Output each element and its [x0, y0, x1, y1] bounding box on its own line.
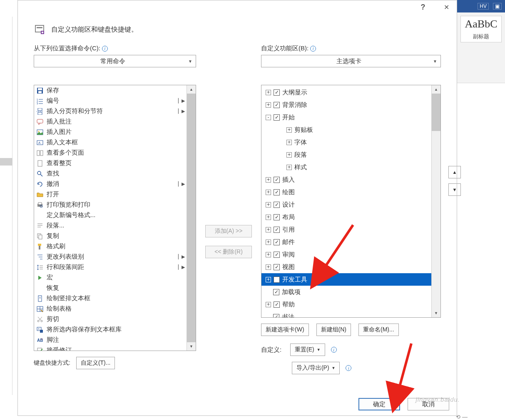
tab-tree-item[interactable]: +✓背景消除: [261, 99, 431, 111]
ribbon-display-icon[interactable]: ▣: [493, 3, 502, 10]
tab-tree-item[interactable]: +✓大纲显示: [261, 86, 431, 99]
ribbon-tabs-tree[interactable]: +✓大纲显示+✓背景消除-✓开始+剪贴板+字体+段落+样式+✓插入+✓绘图+✓设…: [261, 85, 441, 318]
command-item[interactable]: 插入图片: [34, 127, 187, 137]
checkbox[interactable]: ✓: [274, 239, 280, 245]
info-icon[interactable]: i: [310, 46, 316, 52]
checkbox[interactable]: ✓: [274, 202, 280, 208]
tab-tree-item[interactable]: +✓引用: [261, 223, 431, 236]
checkbox[interactable]: ✓: [274, 114, 280, 121]
expand-icon[interactable]: +: [286, 127, 292, 133]
checkbox[interactable]: ✓: [273, 289, 279, 295]
info-icon[interactable]: i: [346, 365, 351, 371]
tab-tree-item[interactable]: +✓插入: [261, 173, 431, 186]
command-item[interactable]: 查找: [34, 168, 187, 179]
scroll-thumb[interactable]: [187, 94, 196, 342]
scrollbar[interactable]: ▲ ▼: [431, 85, 440, 317]
tab-tree-item[interactable]: ✓加载项: [261, 286, 431, 298]
tab-tree-item[interactable]: -✓开始: [261, 111, 431, 124]
expand-icon[interactable]: +: [266, 277, 271, 282]
checkbox[interactable]: ✓: [274, 177, 280, 183]
expand-icon[interactable]: +: [266, 240, 271, 245]
tab-tree-item[interactable]: +✓绘图: [261, 186, 431, 198]
tab-tree-item[interactable]: +段落: [261, 148, 431, 161]
command-item[interactable]: A绘制竖排文本框: [34, 293, 187, 304]
expand-icon[interactable]: +: [266, 177, 271, 183]
help-button[interactable]: ?: [415, 1, 431, 13]
tab-tree-item[interactable]: +✓布局: [261, 211, 431, 223]
scroll-up-icon[interactable]: ▲: [432, 85, 440, 94]
expand-icon[interactable]: -: [266, 115, 271, 120]
tab-tree-item[interactable]: +字体: [261, 136, 431, 148]
commands-listbox[interactable]: 保存123编号▏▶插入分页符和分节符▏▶插入批注插入图片A插入文本框查看多个页面…: [34, 85, 196, 351]
tab-tree-item[interactable]: +✓邮件: [261, 236, 431, 248]
command-item[interactable]: 段落...: [34, 220, 187, 231]
checkbox[interactable]: ✓: [274, 277, 280, 283]
command-item[interactable]: A插入文本框: [34, 137, 187, 148]
move-up-button[interactable]: ▲: [448, 166, 461, 178]
move-down-button[interactable]: ▼: [448, 183, 461, 196]
command-item[interactable]: 查看整页: [34, 158, 187, 168]
command-item[interactable]: 123编号▏▶: [34, 96, 187, 106]
command-item[interactable]: A将所选内容保存到文本框库: [34, 324, 187, 335]
checkbox[interactable]: ✓: [274, 227, 280, 233]
new-tab-button[interactable]: 新建选项卡(W): [261, 324, 309, 336]
checkbox[interactable]: ✓: [274, 189, 280, 195]
command-item[interactable]: 查看多个页面: [34, 148, 187, 158]
expand-icon[interactable]: +: [266, 190, 271, 195]
command-item[interactable]: 打开: [34, 189, 187, 200]
new-group-button[interactable]: 新建组(N): [316, 324, 351, 336]
command-item[interactable]: 定义新编号格式...: [34, 210, 187, 220]
ribbon-tabs-combo[interactable]: 主选项卡 ▼: [261, 55, 441, 67]
scrollbar[interactable]: ▲ ▼: [187, 85, 196, 351]
customize-keyboard-button[interactable]: 自定义(T)...: [76, 357, 115, 369]
expand-icon[interactable]: +: [266, 227, 271, 232]
expand-icon[interactable]: +: [266, 102, 271, 108]
expand-icon[interactable]: +: [266, 202, 271, 208]
checkbox[interactable]: ✓: [274, 89, 280, 96]
expand-icon[interactable]: +: [266, 252, 271, 257]
tab-tree-item[interactable]: +✓开发工具: [261, 273, 431, 286]
command-item[interactable]: 恢复: [34, 283, 187, 293]
expand-icon[interactable]: +: [286, 152, 292, 158]
command-item[interactable]: 格式刷: [34, 241, 187, 252]
command-item[interactable]: 复制: [34, 231, 187, 241]
command-item[interactable]: 插入分页符和分节符▏▶: [34, 106, 187, 116]
close-button[interactable]: ✕: [438, 1, 454, 13]
command-item[interactable]: AB1脚注: [34, 335, 187, 345]
expand-icon[interactable]: +: [266, 90, 271, 95]
info-icon[interactable]: i: [331, 347, 337, 353]
tab-tree-item[interactable]: +✓设计: [261, 198, 431, 211]
ok-button[interactable]: 确定: [358, 398, 400, 410]
tab-tree-item[interactable]: +✓帮助: [261, 298, 431, 311]
expand-icon[interactable]: +: [266, 302, 271, 307]
expand-icon[interactable]: +: [266, 215, 271, 220]
commands-source-combo[interactable]: 常用命令 ▼: [34, 55, 196, 67]
checkbox[interactable]: ✓: [274, 252, 280, 258]
command-item[interactable]: 更改列表级别▏▶: [34, 252, 187, 262]
rename-button[interactable]: 重命名(M)...: [358, 324, 399, 336]
expand-icon[interactable]: +: [266, 264, 271, 270]
command-item[interactable]: 插入批注: [34, 116, 187, 127]
checkbox[interactable]: ✓: [274, 264, 280, 270]
tab-tree-item[interactable]: +样式: [261, 161, 431, 173]
command-item[interactable]: 剪切: [34, 314, 187, 324]
expand-icon[interactable]: +: [286, 140, 292, 145]
info-icon[interactable]: i: [102, 46, 108, 52]
checkbox[interactable]: ✓: [274, 214, 280, 220]
reset-button[interactable]: 重置(E): [290, 343, 325, 356]
scroll-thumb[interactable]: [432, 94, 440, 131]
import-export-button[interactable]: 导入/导出(P): [292, 362, 340, 374]
checkbox[interactable]: ✓: [274, 102, 280, 108]
command-item[interactable]: 宏: [34, 272, 187, 283]
command-item[interactable]: 接受修订: [34, 345, 187, 351]
expand-icon[interactable]: +: [286, 165, 292, 170]
tab-tree-item[interactable]: ✓书法: [261, 311, 431, 317]
command-item[interactable]: 撤消▏▶: [34, 179, 187, 189]
checkbox[interactable]: ✓: [273, 314, 279, 318]
checkbox[interactable]: ✓: [274, 301, 280, 308]
scroll-down-icon[interactable]: ▼: [432, 309, 440, 317]
command-item[interactable]: 保存: [34, 85, 187, 96]
scroll-up-icon[interactable]: ▲: [187, 85, 196, 94]
command-item[interactable]: 绘制表格: [34, 304, 187, 314]
command-item[interactable]: 行和段落间距▏▶: [34, 262, 187, 272]
